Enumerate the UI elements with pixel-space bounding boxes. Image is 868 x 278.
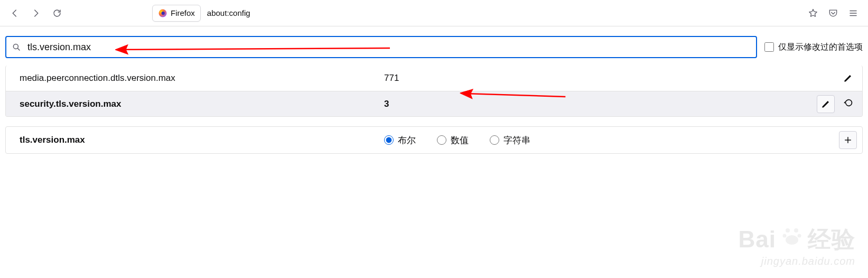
reset-icon — [843, 99, 853, 109]
type-radio-number-input[interactable] — [437, 135, 446, 145]
reset-button[interactable] — [839, 95, 857, 113]
search-input[interactable] — [5, 36, 757, 58]
pocket-button[interactable] — [825, 5, 842, 22]
firefox-icon — [158, 8, 167, 18]
pref-value: 3 — [384, 99, 817, 109]
app-menu-button[interactable] — [845, 5, 862, 22]
address-bar[interactable]: Firefox about:config — [70, 4, 800, 23]
only-modified-label: 仅显示修改过的首选项 — [778, 42, 863, 53]
type-radio-bool-input[interactable] — [384, 135, 394, 145]
pref-actions — [817, 95, 857, 113]
bookmark-button[interactable] — [805, 5, 822, 22]
pref-actions — [839, 69, 857, 87]
svg-point-1 — [162, 11, 165, 14]
pref-name: security.tls.version.max — [20, 99, 384, 109]
type-radio-string[interactable]: 字符串 — [490, 134, 530, 146]
arrow-right-icon — [31, 8, 41, 18]
new-pref-name: tls.version.max — [20, 135, 384, 145]
forward-button[interactable] — [27, 5, 44, 22]
reload-button[interactable] — [49, 5, 66, 22]
search-icon — [12, 42, 21, 52]
type-radio-string-input[interactable] — [490, 135, 499, 145]
navbar-actions — [805, 5, 862, 22]
pencil-icon — [843, 73, 853, 83]
search-input-wrap — [5, 36, 757, 58]
arrow-left-icon — [10, 8, 20, 18]
browser-navbar: Firefox about:config — [0, 0, 868, 26]
only-modified-toggle[interactable]: 仅显示修改过的首选项 — [764, 42, 863, 53]
type-radio-number[interactable]: 数值 — [437, 134, 469, 146]
url-text: about:config — [204, 8, 254, 17]
pref-value: 771 — [384, 73, 839, 84]
search-row: 仅显示修改过的首选项 — [0, 26, 868, 66]
new-pref-row: tls.version.max 布尔 数值 字符串 — [6, 127, 862, 153]
identity-label: Firefox — [171, 8, 195, 17]
edit-button[interactable] — [817, 95, 835, 113]
pref-name: media.peerconnection.dtls.version.max — [20, 73, 384, 84]
new-pref-actions — [839, 131, 857, 149]
pref-row: security.tls.version.max 3 — [6, 91, 862, 116]
star-icon — [808, 8, 818, 18]
reload-icon — [52, 8, 62, 18]
only-modified-checkbox[interactable] — [764, 42, 774, 52]
plus-icon — [843, 135, 853, 145]
identity-chip[interactable]: Firefox — [152, 5, 201, 22]
type-radio-bool[interactable]: 布尔 — [384, 134, 416, 146]
new-pref-panel: tls.version.max 布尔 数值 字符串 — [5, 126, 863, 154]
type-radio-label: 数值 — [451, 134, 469, 146]
pencil-icon — [821, 99, 830, 109]
new-pref-type-group: 布尔 数值 字符串 — [384, 134, 839, 146]
edit-button[interactable] — [839, 69, 857, 87]
pref-list: media.peerconnection.dtls.version.max 77… — [5, 66, 863, 117]
add-button[interactable] — [839, 131, 857, 149]
back-button[interactable] — [6, 5, 23, 22]
pref-row: media.peerconnection.dtls.version.max 77… — [6, 66, 862, 91]
pocket-icon — [828, 8, 838, 18]
type-radio-label: 字符串 — [503, 134, 530, 146]
type-radio-label: 布尔 — [398, 134, 416, 146]
hamburger-icon — [848, 8, 858, 18]
